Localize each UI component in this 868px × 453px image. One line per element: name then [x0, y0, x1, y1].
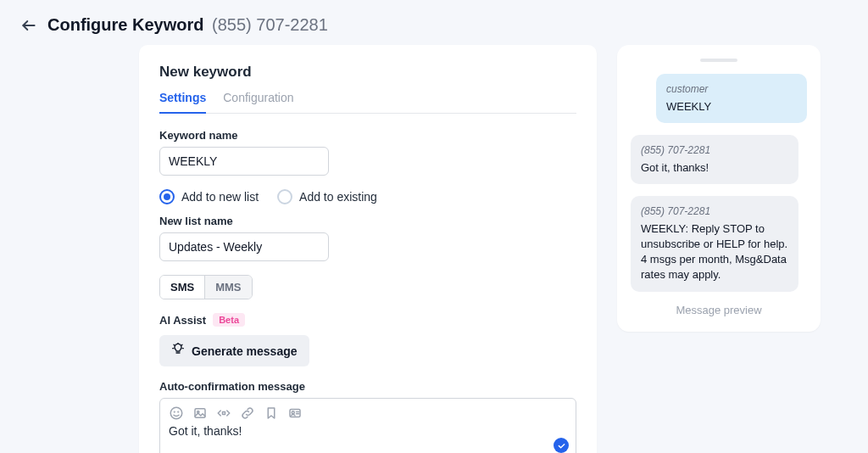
lightbulb-icon [171, 343, 185, 359]
svg-rect-9 [195, 409, 205, 418]
svg-line-5 [181, 344, 182, 345]
page-title-phone: (855) 707-2281 [212, 15, 328, 34]
channel-mms[interactable]: MMS [204, 276, 251, 299]
page-header: Configure Keyword (855) 707-2281 [0, 0, 868, 45]
auto-confirm-text[interactable]: Got it, thanks! [160, 421, 576, 453]
ai-assist-label: AI Assist [159, 314, 206, 327]
preview-customer-sender: customer [666, 82, 797, 97]
svg-line-4 [174, 344, 175, 345]
preview-customer-bubble: customer WEEKLY [656, 74, 807, 123]
tabs: Settings Configuration [159, 91, 576, 114]
channel-toggle: SMS MMS [159, 275, 253, 299]
channel-sms[interactable]: SMS [160, 276, 204, 299]
keyword-name-label: Keyword name [159, 129, 576, 142]
tab-settings[interactable]: Settings [159, 91, 206, 113]
ai-assist-section: AI Assist Beta Generate message [159, 313, 576, 366]
preview-reply2-bubble: (855) 707-2281 WEEKLY: Reply STOP to uns… [631, 196, 798, 292]
main-card: New keyword Settings Configuration Keywo… [139, 45, 597, 453]
new-list-name-input[interactable] [159, 232, 329, 261]
ai-assist-row: AI Assist Beta [159, 313, 576, 327]
channel-section: SMS MMS [159, 275, 576, 299]
radio-icon [277, 189, 292, 204]
auto-confirm-section: Auto-confirmation message Got it, thanks… [159, 380, 576, 453]
tab-configuration[interactable]: Configuration [223, 91, 293, 113]
bookmark-icon[interactable] [264, 405, 279, 421]
preview-reply1-bubble: (855) 707-2281 Got it, thanks! [631, 135, 798, 184]
link-icon[interactable] [240, 405, 255, 421]
list-mode-radio-row: Add to new list Add to existing [159, 189, 576, 204]
keyword-name-section: Keyword name [159, 129, 576, 176]
preview-reply1-text: Got it, thanks! [641, 161, 709, 174]
svg-point-7 [174, 411, 175, 412]
radio-icon [159, 189, 175, 204]
beta-badge: Beta [213, 313, 245, 327]
new-list-name-label: New list name [159, 215, 576, 227]
merge-field-icon[interactable] [216, 405, 231, 421]
content-row: New keyword Settings Configuration Keywo… [0, 45, 868, 453]
message-preview-card: customer WEEKLY (855) 707-2281 Got it, t… [617, 45, 821, 332]
editor-toolbar [160, 399, 576, 421]
generate-message-button[interactable]: Generate message [159, 335, 309, 366]
radio-add-existing-label: Add to existing [299, 190, 377, 204]
keyword-name-input[interactable] [159, 147, 329, 176]
preview-reply2-text: WEEKLY: Reply STOP to unsubscribe or HEL… [641, 222, 787, 282]
preview-label: Message preview [631, 304, 807, 316]
check-icon [554, 438, 569, 453]
svg-point-6 [170, 407, 182, 419]
back-arrow-icon[interactable] [20, 17, 37, 34]
page-title: Configure Keyword (855) 707-2281 [47, 15, 328, 35]
svg-point-8 [178, 411, 179, 412]
image-icon[interactable] [192, 405, 208, 421]
svg-point-13 [292, 411, 294, 414]
radio-add-new-label: Add to new list [181, 190, 259, 204]
generate-message-label: Generate message [192, 344, 298, 358]
card-title: New keyword [159, 64, 576, 81]
list-mode-section: Add to new list Add to existing New list… [159, 189, 576, 261]
auto-confirm-editor[interactable]: Got it, thanks! [159, 398, 576, 453]
radio-add-new-list[interactable]: Add to new list [159, 189, 259, 204]
emoji-icon[interactable] [169, 405, 184, 421]
svg-rect-11 [223, 412, 225, 415]
phone-notch-bar [700, 59, 737, 62]
contact-card-icon[interactable] [287, 405, 303, 421]
preview-reply1-sender: (855) 707-2281 [641, 143, 788, 158]
preview-reply2-sender: (855) 707-2281 [641, 204, 788, 219]
page-title-text: Configure Keyword [47, 15, 203, 34]
radio-add-existing[interactable]: Add to existing [277, 189, 377, 204]
auto-confirm-label: Auto-confirmation message [159, 380, 576, 393]
preview-customer-text: WEEKLY [666, 100, 711, 113]
